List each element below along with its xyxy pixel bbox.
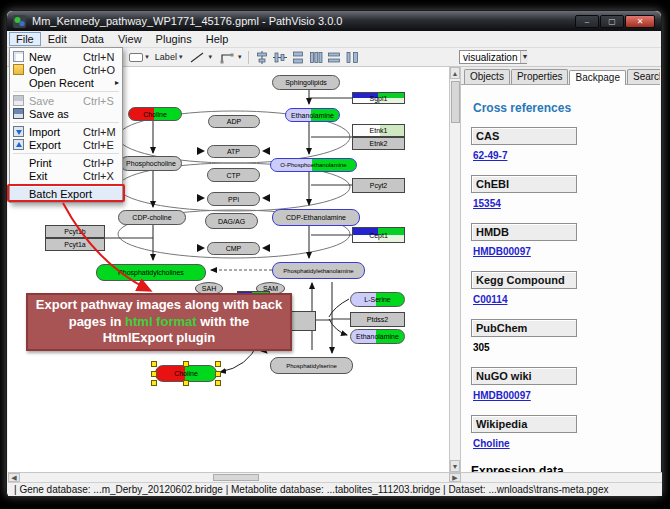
- xref-sections: CAS62-49-7ChEBI15354HMDBHMDB00097Kegg Co…: [471, 127, 660, 451]
- visualization-dropdown-icon[interactable]: ▼: [520, 51, 528, 63]
- close-button[interactable]: ✕: [625, 15, 655, 28]
- horizontal-scroll-thumb[interactable]: [213, 474, 259, 481]
- menu-item-open[interactable]: OpenCtrl+O: [10, 63, 122, 76]
- tab-backpage[interactable]: Backpage: [569, 70, 625, 85]
- menu-item-save[interactable]: SaveCtrl+S: [10, 94, 122, 107]
- menu-icon-placeholder: [13, 170, 24, 181]
- menu-shortcut: Ctrl+E: [83, 139, 119, 151]
- pathway-node-sgpl1[interactable]: Sgpl1: [352, 92, 405, 104]
- xref-link[interactable]: Choline: [473, 438, 510, 449]
- pathway-node-pcyt2[interactable]: Pcyt2: [352, 178, 405, 193]
- pathway-node-dag-ag[interactable]: DAG/AG: [205, 213, 258, 229]
- xref-link[interactable]: 62-49-7: [473, 150, 507, 161]
- menu-item-print[interactable]: PrintCtrl+P: [10, 156, 122, 169]
- menubar-item-edit[interactable]: Edit: [41, 32, 74, 46]
- pathway-node-etnk2[interactable]: Etnk2: [352, 137, 405, 150]
- menu-item-save-as[interactable]: Save as: [10, 107, 122, 120]
- menu-item-import[interactable]: ImportCtrl+M: [10, 125, 122, 138]
- menubar-item-plugins[interactable]: Plugins: [149, 32, 199, 46]
- menubar-item-file[interactable]: File: [9, 32, 41, 46]
- scroll-right-icon[interactable]: ▶: [449, 473, 461, 482]
- pathway-node-ppi[interactable]: PPi: [207, 192, 260, 206]
- maximize-button[interactable]: ▢: [600, 15, 624, 28]
- title-bar[interactable]: Mm_Kennedy_pathway_WP1771_45176.gpml - P…: [7, 11, 661, 31]
- visualization-value: visualization: [460, 52, 520, 63]
- datanode-tool-button[interactable]: ▾: [126, 52, 152, 63]
- backpage-content: Cross references CAS62-49-7ChEBI15354HMD…: [461, 85, 660, 472]
- pathway-node-ethanolamine[interactable]: Ethanolamine: [350, 329, 405, 344]
- pathway-node-adp[interactable]: ADP: [208, 115, 260, 128]
- save-icon: [13, 95, 24, 106]
- visualization-combobox[interactable]: visualization▼: [459, 50, 527, 64]
- xref-link[interactable]: 15354: [473, 198, 501, 209]
- pathway-node-l-serine[interactable]: L-Serine: [350, 292, 405, 307]
- xref-link[interactable]: HMDB00097: [473, 390, 531, 401]
- pathway-node-ethanolamine[interactable]: Ethanolamine: [285, 108, 340, 122]
- status-bar: | Gene database: ...m_Derby_20120602.bri…: [8, 482, 662, 496]
- menubar-item-data[interactable]: Data: [74, 32, 111, 46]
- tab-search[interactable]: Search: [627, 69, 660, 84]
- callout-line-1: Export pathway images along with back: [28, 297, 290, 314]
- pathway-node-phosphatidylserine[interactable]: Phosphatidylserine: [270, 357, 353, 374]
- menu-item-label: Save as: [29, 108, 83, 120]
- menubar-item-view[interactable]: View: [111, 32, 149, 46]
- align-center-x-icon[interactable]: [255, 51, 269, 64]
- tab-properties[interactable]: Properties: [511, 69, 569, 84]
- pathway-node-cept1[interactable]: Cept1: [352, 227, 405, 243]
- selection-handle[interactable]: [151, 361, 157, 367]
- pathway-node-phosphocholine[interactable]: Phosphocholine: [120, 156, 182, 171]
- pathway-node-cdp-choline[interactable]: CDP-choline: [118, 210, 186, 225]
- menubar-item-help[interactable]: Help: [199, 32, 236, 46]
- selection-handle[interactable]: [151, 380, 157, 386]
- tab-objects[interactable]: Objects: [464, 69, 510, 84]
- pathway-node-choline[interactable]: Choline: [128, 107, 182, 121]
- align-center-y-icon[interactable]: [273, 51, 287, 64]
- menu-item-exit[interactable]: ExitCtrl+X: [10, 169, 122, 182]
- scroll-up-icon[interactable]: ▲: [450, 67, 460, 79]
- connector-tool-button[interactable]: ▾: [215, 50, 245, 65]
- pathway-node-cmp[interactable]: CMP: [207, 242, 260, 255]
- pathway-node-atp[interactable]: ATP: [207, 145, 260, 158]
- pathway-node-sphingolipids[interactable]: Sphingolipids: [272, 75, 340, 90]
- stack-vertical-icon[interactable]: [291, 51, 305, 64]
- scroll-left-icon[interactable]: ◀: [8, 473, 20, 482]
- pathway-node-o-phosphoethanolamine[interactable]: O-Phosphoethanolamine: [270, 158, 357, 172]
- vertical-scroll-thumb[interactable]: [451, 81, 460, 123]
- pathway-node-phosphatidylethanolamine[interactable]: Phosphatidylethanolamine: [272, 262, 365, 279]
- menu-item-label: Save: [29, 95, 83, 107]
- selection-handle[interactable]: [215, 380, 221, 386]
- menu-item-open-recent[interactable]: Open Recent▸: [10, 76, 122, 89]
- selection-handle[interactable]: [215, 371, 221, 377]
- menu-icon-placeholder: [13, 77, 24, 88]
- line-tool-button[interactable]: ▾: [185, 50, 215, 65]
- scroll-down-icon[interactable]: ▼: [450, 460, 460, 472]
- xref-source-name: Wikipedia: [471, 415, 577, 433]
- menu-shortcut: Ctrl+X: [83, 170, 119, 182]
- label-tool-button[interactable]: Label▾: [152, 51, 186, 63]
- selection-handle[interactable]: [215, 361, 221, 367]
- pathway-node-cdp-ethanolamine[interactable]: CDP-Ethanolamine: [272, 209, 360, 226]
- pathway-node-pcyt1a[interactable]: Pcyt1a: [45, 238, 105, 251]
- xref-link[interactable]: C00114: [473, 294, 507, 305]
- stack-horizontal-icon[interactable]: [309, 51, 323, 64]
- xref-link[interactable]: HMDB00097: [473, 246, 531, 257]
- menu-item-label: Open Recent: [29, 77, 94, 89]
- menu-item-new[interactable]: NewCtrl+N: [10, 50, 122, 63]
- selection-handle[interactable]: [151, 371, 157, 377]
- callout-line-2: pages in html format with the: [28, 314, 290, 331]
- pathway-node-etnk1[interactable]: Etnk1: [352, 124, 405, 137]
- canvas-horizontal-scrollbar[interactable]: ◀ ▶: [8, 472, 662, 482]
- pathway-node-ptdss2[interactable]: Ptdss2: [350, 312, 405, 327]
- pathway-node-pcyt1b[interactable]: Pcyt1b: [45, 225, 105, 238]
- selection-handle[interactable]: [183, 361, 189, 367]
- pathway-node-phosphatidylcholines[interactable]: Phosphatidylcholines: [96, 264, 206, 281]
- pathway-node-ctp[interactable]: CTP: [207, 168, 260, 182]
- minimize-button[interactable]: –: [575, 15, 599, 28]
- selection-handle[interactable]: [183, 380, 189, 386]
- submenu-arrow-icon: ▸: [115, 78, 119, 87]
- same-height-icon[interactable]: [345, 51, 359, 64]
- same-width-icon[interactable]: [327, 51, 341, 64]
- menu-item-export[interactable]: ExportCtrl+E: [10, 138, 122, 151]
- menu-shortcut: Ctrl+N: [83, 51, 119, 63]
- canvas-vertical-scrollbar[interactable]: ▲ ▼: [449, 67, 461, 472]
